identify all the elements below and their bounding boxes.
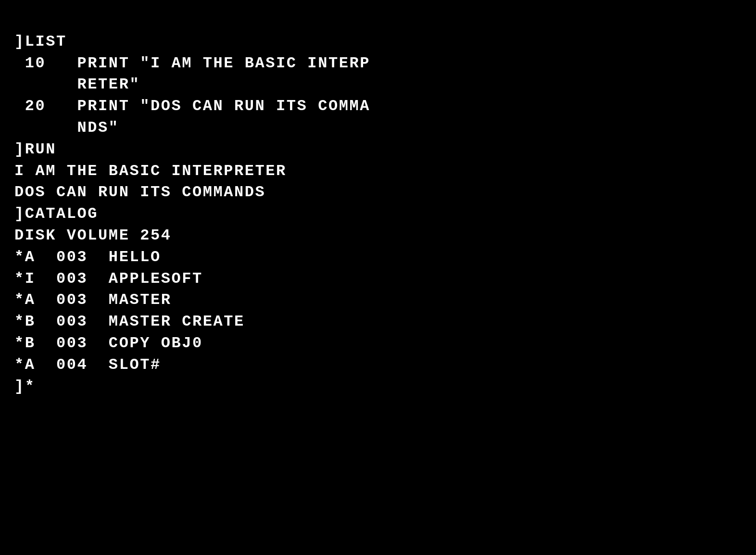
terminal-line-output1: I AM THE BASIC INTERPRETER [14, 161, 742, 182]
terminal-line-prompt: ]* [14, 376, 742, 398]
terminal-line-catalog-cmd: ]CATALOG [14, 203, 742, 225]
terminal-line-line10b: RETER" [14, 74, 742, 96]
terminal-line-file1: *A 003 HELLO [14, 247, 742, 268]
terminal-line-output2: DOS CAN RUN ITS COMMANDS [14, 182, 742, 203]
terminal-screen: ]LIST 10 PRINT "I AM THE BASIC INTERP RE… [14, 10, 742, 397]
terminal-line-file5: *B 003 COPY OBJ0 [14, 333, 742, 354]
terminal-line-file3: *A 003 MASTER [14, 290, 742, 311]
terminal-line-line10a: 10 PRINT "I AM THE BASIC INTERP [14, 53, 742, 75]
terminal-line-disk-vol: DISK VOLUME 254 [14, 225, 742, 247]
terminal-line-file2: *I 003 APPLESOFT [14, 268, 742, 290]
terminal-line-file4: *B 003 MASTER CREATE [14, 311, 742, 333]
terminal-line-line20b: NDS" [14, 117, 742, 139]
terminal-line-list-cmd: ]LIST [14, 31, 742, 53]
terminal-line-file6: *A 004 SLOT# [14, 354, 742, 376]
terminal-line-run-cmd: ]RUN [14, 139, 742, 161]
terminal-line-line20a: 20 PRINT "DOS CAN RUN ITS COMMA [14, 96, 742, 117]
